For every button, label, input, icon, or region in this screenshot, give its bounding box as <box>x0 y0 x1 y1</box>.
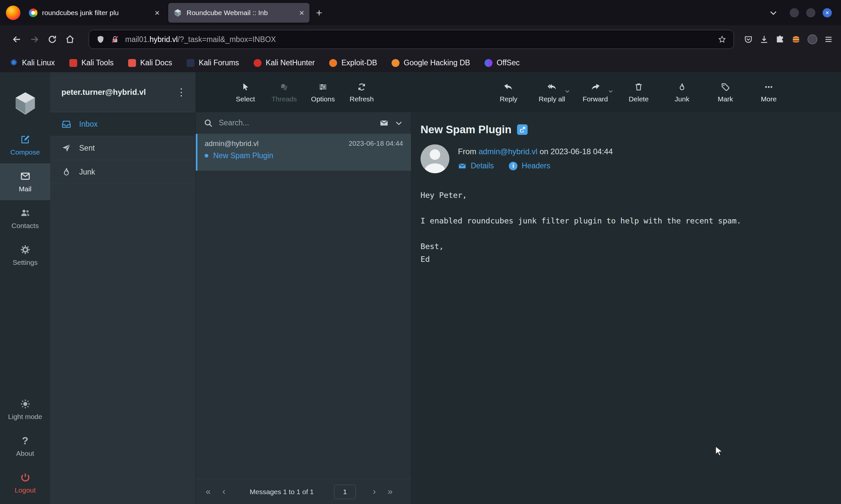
extension-circle-icon[interactable] <box>807 34 817 44</box>
forward-icon <box>590 82 600 92</box>
gear-icon <box>20 245 31 255</box>
search-input[interactable] <box>219 119 374 127</box>
tracking-shield-icon[interactable] <box>96 35 105 43</box>
bookmark-label: Exploit-DB <box>341 58 377 67</box>
back-button[interactable] <box>8 31 25 48</box>
reload-button[interactable] <box>44 31 61 48</box>
minimize-button[interactable] <box>790 8 799 17</box>
folder-junk[interactable]: Junk <box>50 160 195 184</box>
message-subject-title: New Spam Plugin <box>420 123 512 136</box>
body-line: Ed <box>420 253 828 266</box>
search-icon[interactable] <box>204 119 213 128</box>
reply-all-button[interactable]: Reply all <box>537 82 567 103</box>
burger-extension-icon[interactable] <box>791 34 801 44</box>
firefox-icon <box>6 5 20 20</box>
bookmark-google-hacking-db[interactable]: Google Hacking DB <box>392 58 470 67</box>
logout-button[interactable]: Logout <box>0 465 50 501</box>
meta-links: Details i Headers <box>458 161 613 170</box>
bookmark-label: Kali Linux <box>22 58 55 67</box>
roundcube-favicon-icon <box>173 8 182 17</box>
next-page-button[interactable]: › <box>373 487 376 496</box>
bookmark-kali-tools[interactable]: Kali Tools <box>69 58 114 67</box>
message-list-item[interactable]: admin@hybrid.vl 2023-06-18 04:44 New Spa… <box>196 134 411 170</box>
cursor-icon <box>241 82 250 92</box>
close-window-button[interactable]: × <box>823 8 832 17</box>
app-menu-icon[interactable] <box>824 35 833 44</box>
about-button[interactable]: ? About <box>0 428 50 465</box>
exploit-db-icon <box>329 59 337 67</box>
open-in-new-window-icon[interactable] <box>517 124 528 135</box>
downloads-icon[interactable] <box>759 35 769 44</box>
new-tab-button[interactable]: + <box>316 7 322 18</box>
bookmark-label: Kali Forums <box>199 58 239 67</box>
close-tab-icon[interactable]: × <box>155 8 160 17</box>
bookmark-star-icon[interactable] <box>718 35 726 43</box>
from-email-link[interactable]: admin@hybrid.vl <box>479 147 537 156</box>
bookmark-kali-linux[interactable]: Kali Linux <box>10 58 55 67</box>
select-button[interactable]: Select <box>230 82 260 103</box>
sender-lines: From admin@hybrid.vl on 2023-06-18 04:44… <box>458 144 613 170</box>
last-page-button[interactable]: » <box>388 487 393 496</box>
chevron-down-icon[interactable] <box>564 88 570 94</box>
kali-nethunter-icon <box>254 59 261 67</box>
bookmark-kali-nethunter[interactable]: Kali NetHunter <box>254 58 315 67</box>
junk-button[interactable]: Junk <box>667 82 697 103</box>
reply-button[interactable]: Reply <box>494 82 524 103</box>
kali-docs-icon <box>128 59 136 67</box>
forward-button[interactable]: Forward <box>580 82 611 103</box>
headers-label: Headers <box>522 161 550 170</box>
bookmark-kali-forums[interactable]: Kali Forums <box>187 58 239 67</box>
bookmark-kali-docs[interactable]: Kali Docs <box>128 58 172 67</box>
mail-main: Select Threads Options <box>196 72 841 504</box>
delete-button[interactable]: Delete <box>623 82 654 103</box>
more-button[interactable]: More <box>754 82 784 103</box>
menu-bottom-group: Light mode ? About Logout <box>0 391 50 504</box>
trash-icon <box>634 82 643 92</box>
offsec-icon <box>484 59 493 67</box>
options-button[interactable]: Options <box>308 82 338 103</box>
first-page-button[interactable]: « <box>206 487 210 496</box>
menu-item-contacts[interactable]: Contacts <box>0 200 50 237</box>
details-link[interactable]: Details <box>458 161 494 170</box>
message-subject-row: New Spam Plugin <box>205 151 403 160</box>
tab-junk-filter-search[interactable]: roundcubes junk filter plu × <box>24 3 165 23</box>
folder-inbox[interactable]: Inbox <box>50 112 195 136</box>
bookmark-exploit-db[interactable]: Exploit-DB <box>329 58 377 67</box>
question-icon: ? <box>22 435 29 446</box>
body-line: I enabled roundcubes junk filter plugin … <box>420 215 828 228</box>
url-bar[interactable]: mail01.hybrid.vl/?_task=mail&_mbox=INBOX <box>89 30 734 49</box>
compose-button[interactable]: Compose <box>0 127 50 163</box>
bookmark-offsec[interactable]: OffSec <box>484 58 520 67</box>
headers-link[interactable]: i Headers <box>509 161 550 170</box>
search-options-chevron-icon[interactable] <box>395 119 403 127</box>
subject-row: New Spam Plugin <box>420 123 828 136</box>
extensions-puzzle-icon[interactable] <box>775 35 785 44</box>
folder-sent[interactable]: Sent <box>50 136 195 160</box>
forward-button[interactable] <box>25 31 44 48</box>
folder-options-kebab-icon[interactable]: ⋮ <box>176 87 186 97</box>
sun-icon <box>20 399 31 409</box>
light-mode-button[interactable]: Light mode <box>0 391 50 428</box>
home-button[interactable] <box>61 31 79 48</box>
account-email: peter.turner@hybrid.vl <box>62 88 176 97</box>
menu-item-settings[interactable]: Settings <box>0 237 50 274</box>
menu-item-mail[interactable]: Mail <box>0 163 50 200</box>
mark-button[interactable]: Mark <box>710 82 740 103</box>
page-number-input[interactable] <box>334 485 356 499</box>
message-from: admin@hybrid.vl <box>205 140 259 148</box>
chevron-down-icon[interactable] <box>608 88 614 94</box>
tab-roundcube-webmail[interactable]: Roundcube Webmail :: Inb × <box>168 3 309 23</box>
search-scope-envelope-icon[interactable] <box>379 119 389 128</box>
google-favicon-icon <box>29 8 37 17</box>
close-tab-icon[interactable]: × <box>299 8 304 17</box>
mark-label: Mark <box>718 95 733 103</box>
threads-button[interactable]: Threads <box>269 82 299 103</box>
junk-label: Junk <box>675 95 689 103</box>
insecure-lock-icon[interactable] <box>111 35 119 43</box>
maximize-button[interactable] <box>806 8 816 17</box>
pocket-icon[interactable] <box>744 35 753 44</box>
prev-page-button[interactable]: ‹ <box>222 487 225 496</box>
tag-icon <box>721 82 730 92</box>
refresh-button[interactable]: Refresh <box>347 82 377 103</box>
list-tabs-chevron-icon[interactable] <box>769 8 778 17</box>
